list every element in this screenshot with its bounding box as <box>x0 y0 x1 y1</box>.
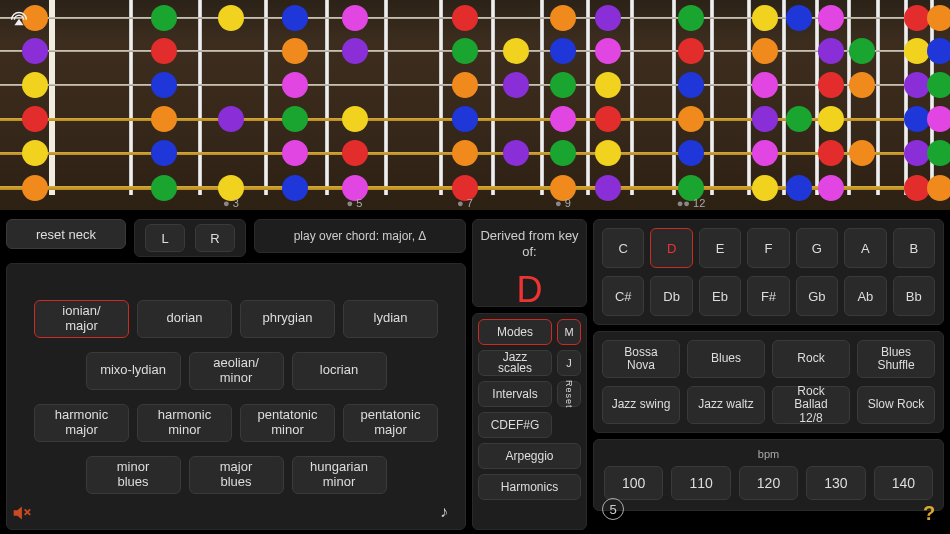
note-dot[interactable] <box>342 140 368 166</box>
note-dot[interactable] <box>818 140 844 166</box>
scale-button[interactable]: dorian <box>137 300 232 338</box>
note-dot[interactable] <box>818 106 844 132</box>
note-dot[interactable] <box>550 140 576 166</box>
note-dot[interactable] <box>282 140 308 166</box>
note-dot[interactable] <box>22 140 48 166</box>
scale-button[interactable]: pentatonic major <box>343 404 438 442</box>
scale-button[interactable]: harmonic minor <box>137 404 232 442</box>
note-dot[interactable] <box>752 38 778 64</box>
key-button-gb[interactable]: Gb <box>796 276 838 316</box>
note-dot[interactable] <box>927 5 950 31</box>
note-dot[interactable] <box>22 38 48 64</box>
note-dot[interactable] <box>595 106 621 132</box>
note-dot[interactable] <box>550 38 576 64</box>
note-dot[interactable] <box>503 38 529 64</box>
mode-side-button[interactable]: M <box>557 319 581 345</box>
scale-button[interactable]: major blues <box>189 456 284 494</box>
scale-button[interactable]: lydian <box>343 300 438 338</box>
key-button-eb[interactable]: Eb <box>699 276 741 316</box>
note-dot[interactable] <box>818 38 844 64</box>
scale-button[interactable]: phrygian <box>240 300 335 338</box>
note-dot[interactable] <box>452 72 478 98</box>
left-hand-button[interactable]: L <box>145 224 185 252</box>
note-dot[interactable] <box>849 72 875 98</box>
note-dot[interactable] <box>927 106 950 132</box>
bpm-button[interactable]: 130 <box>806 466 865 500</box>
note-dot[interactable] <box>786 5 812 31</box>
note-dot[interactable] <box>678 140 704 166</box>
note-dot[interactable] <box>752 140 778 166</box>
note-dot[interactable] <box>595 140 621 166</box>
note-dot[interactable] <box>752 5 778 31</box>
key-button-b[interactable]: B <box>893 228 935 268</box>
key-button-db[interactable]: Db <box>650 276 692 316</box>
note-dot[interactable] <box>452 38 478 64</box>
bpm-button[interactable]: 100 <box>604 466 663 500</box>
note-dot[interactable] <box>818 5 844 31</box>
right-hand-button[interactable]: R <box>195 224 235 252</box>
note-icon[interactable]: ♪ <box>431 499 457 525</box>
note-dot[interactable] <box>282 106 308 132</box>
note-dot[interactable] <box>151 5 177 31</box>
mode-side-button[interactable]: J <box>557 350 581 376</box>
note-dot[interactable] <box>678 5 704 31</box>
note-dot[interactable] <box>342 5 368 31</box>
note-dot[interactable] <box>595 38 621 64</box>
scale-button[interactable]: aeolian/ minor <box>189 352 284 390</box>
note-dot[interactable] <box>282 72 308 98</box>
key-button-ab[interactable]: Ab <box>844 276 886 316</box>
reset-neck-button[interactable]: reset neck <box>6 219 126 249</box>
scale-button[interactable]: pentatonic minor <box>240 404 335 442</box>
note-dot[interactable] <box>151 72 177 98</box>
note-dot[interactable] <box>151 106 177 132</box>
key-button-bb[interactable]: Bb <box>893 276 935 316</box>
note-dot[interactable] <box>218 106 244 132</box>
style-button[interactable]: Jazz swing <box>602 386 680 424</box>
key-button-a[interactable]: A <box>844 228 886 268</box>
note-dot[interactable] <box>752 72 778 98</box>
scale-button[interactable]: minor blues <box>86 456 181 494</box>
scale-button[interactable]: hungarian minor <box>292 456 387 494</box>
key-button-fsharp[interactable]: F# <box>747 276 789 316</box>
note-dot[interactable] <box>22 72 48 98</box>
note-dot[interactable] <box>595 5 621 31</box>
scale-button[interactable]: mixo-lydian <box>86 352 181 390</box>
note-dot[interactable] <box>550 72 576 98</box>
style-button[interactable]: Jazz waltz <box>687 386 765 424</box>
note-dot[interactable] <box>678 106 704 132</box>
note-dot[interactable] <box>452 106 478 132</box>
note-dot[interactable] <box>22 106 48 132</box>
mode-item[interactable]: Jazzscales <box>478 350 552 376</box>
help-icon[interactable]: ? <box>916 500 942 526</box>
note-dot[interactable] <box>503 72 529 98</box>
note-dot[interactable] <box>678 38 704 64</box>
style-button[interactable]: Rock <box>772 340 850 378</box>
note-dot[interactable] <box>927 38 950 64</box>
note-dot[interactable] <box>282 5 308 31</box>
note-dot[interactable] <box>849 38 875 64</box>
key-button-g[interactable]: G <box>796 228 838 268</box>
play-over-chord-label[interactable]: play over chord: major, Δ <box>254 219 466 253</box>
mode-item[interactable]: Harmonics <box>478 474 581 500</box>
key-button-c[interactable]: C <box>602 228 644 268</box>
mode-reset-button[interactable]: Reset <box>557 381 581 407</box>
note-dot[interactable] <box>151 38 177 64</box>
note-dot[interactable] <box>342 106 368 132</box>
key-button-csharp[interactable]: C# <box>602 276 644 316</box>
style-button[interactable]: Slow Rock <box>857 386 935 424</box>
style-button[interactable]: Blues <box>687 340 765 378</box>
scale-button[interactable]: ionian/ major <box>34 300 129 338</box>
fretboard[interactable]: ● 3● 5● 7● 9●● 12 <box>0 0 950 210</box>
note-dot[interactable] <box>752 106 778 132</box>
mode-item[interactable]: Arpeggio <box>478 443 581 469</box>
mute-icon[interactable] <box>8 500 34 526</box>
key-button-d[interactable]: D <box>650 228 692 268</box>
note-dot[interactable] <box>927 72 950 98</box>
note-dot[interactable] <box>849 140 875 166</box>
bpm-button[interactable]: 140 <box>874 466 933 500</box>
note-dot[interactable] <box>282 38 308 64</box>
note-dot[interactable] <box>342 38 368 64</box>
bpm-button[interactable]: 120 <box>739 466 798 500</box>
mode-item[interactable]: CDEF#G <box>478 412 552 438</box>
scale-button[interactable]: harmonic major <box>34 404 129 442</box>
